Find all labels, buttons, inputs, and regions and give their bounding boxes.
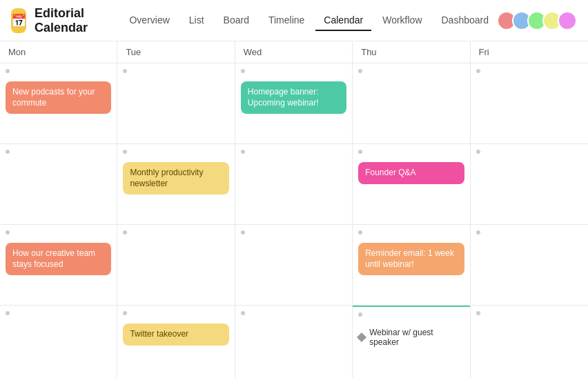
col-wed: Homepage banner: Upcoming webinar! xyxy=(235,63,353,378)
col-fri xyxy=(471,63,588,378)
cal-cell-mon-4 xyxy=(0,306,117,378)
cal-cell-tue-1 xyxy=(117,63,234,144)
nav-item-dashboard[interactable]: Dashboard xyxy=(433,10,498,31)
event-homepage-banner[interactable]: Homepage banner: Upcoming webinar! xyxy=(241,81,346,114)
cal-cell-fri-2 xyxy=(471,144,588,225)
cell-dot xyxy=(123,230,127,235)
cell-dot xyxy=(358,150,362,154)
cell-dot xyxy=(6,230,10,235)
cal-cell-tue-4: Twitter takeover xyxy=(117,306,234,378)
cal-cell-wed-1: Homepage banner: Upcoming webinar! xyxy=(235,63,352,144)
event-founder-qa[interactable]: Founder Q&A xyxy=(358,162,464,184)
event-monthly-newsletter[interactable]: Monthly productivity newsletter xyxy=(123,162,228,195)
nav-item-calendar[interactable]: Calendar xyxy=(315,10,371,31)
diamond-icon xyxy=(357,332,366,342)
event-reminder-email[interactable]: Reminder email: 1 week until webinar! xyxy=(358,243,464,275)
calendar: Mon Tue Wed Thu Fri New podcasts for you… xyxy=(0,41,588,378)
cell-dot xyxy=(6,311,10,315)
cal-cell-wed-4 xyxy=(235,306,352,378)
cal-cell-thu-2: Founder Q&A xyxy=(353,144,469,225)
col-header-mon: Mon xyxy=(0,41,117,63)
cell-dot xyxy=(6,69,10,73)
cal-cell-thu-1 xyxy=(353,63,469,144)
app-title: Editorial Calendar xyxy=(35,6,99,35)
cell-dot xyxy=(123,69,127,73)
col-header-fri: Fri xyxy=(471,41,588,63)
cell-dot xyxy=(241,69,245,73)
col-header-thu: Thu xyxy=(353,41,470,63)
cell-dot xyxy=(476,150,480,154)
cal-cell-tue-2: Monthly productivity newsletter xyxy=(117,144,234,225)
avatars xyxy=(497,11,577,30)
cal-cell-mon-2 xyxy=(0,144,117,225)
cell-dot xyxy=(358,230,362,235)
cal-cell-fri-3 xyxy=(471,225,588,306)
cal-header: Mon Tue Wed Thu Fri xyxy=(0,41,588,63)
cal-cell-thu-3: Reminder email: 1 week until webinar! xyxy=(353,225,469,306)
cell-dot xyxy=(6,150,10,154)
event-webinar-guest[interactable]: Webinar w/ guest speaker xyxy=(358,326,464,348)
cell-dot xyxy=(476,230,480,235)
header: 📅 Editorial Calendar Overview List Board… xyxy=(0,0,588,41)
cal-body: New podcasts for your commute How our cr… xyxy=(0,63,588,378)
cell-dot xyxy=(476,311,480,315)
nav-item-board[interactable]: Board xyxy=(215,10,257,31)
cell-dot xyxy=(123,150,127,154)
col-thu: Founder Q&A Reminder email: 1 week until… xyxy=(353,63,470,378)
cell-dot xyxy=(358,312,362,317)
event-twitter-takeover[interactable]: Twitter takeover xyxy=(123,324,228,346)
cal-cell-wed-3 xyxy=(235,225,352,306)
nav: Overview List Board Timeline Calendar Wo… xyxy=(121,10,497,31)
nav-item-list[interactable]: List xyxy=(181,10,213,31)
cal-cell-mon-3: How our creative team stays focused xyxy=(0,225,117,306)
col-mon: New podcasts for your commute How our cr… xyxy=(0,63,117,378)
nav-item-workflow[interactable]: Workflow xyxy=(374,10,430,31)
nav-item-overview[interactable]: Overview xyxy=(121,10,177,31)
avatar-5 xyxy=(558,11,577,30)
col-tue: Monthly productivity newsletter Twitter … xyxy=(117,63,235,378)
cell-dot xyxy=(241,230,245,235)
event-creative-team[interactable]: How our creative team stays focused xyxy=(6,243,111,275)
app-icon: 📅 xyxy=(11,8,26,33)
cal-cell-thu-4: Webinar w/ guest speaker xyxy=(353,306,469,378)
webinar-label: Webinar w/ guest speaker xyxy=(369,328,464,347)
cal-cell-fri-4 xyxy=(471,306,588,378)
col-header-wed: Wed xyxy=(235,41,353,63)
cell-dot xyxy=(358,69,362,73)
cell-dot xyxy=(241,311,245,315)
cell-dot xyxy=(241,150,245,154)
col-header-tue: Tue xyxy=(117,41,235,63)
cal-cell-tue-3 xyxy=(117,225,234,306)
cell-dot xyxy=(476,69,480,73)
cal-cell-mon-1: New podcasts for your commute xyxy=(0,63,117,144)
event-new-podcasts[interactable]: New podcasts for your commute xyxy=(6,81,111,114)
nav-item-timeline[interactable]: Timeline xyxy=(260,10,313,31)
cal-cell-wed-2 xyxy=(235,144,352,225)
cal-cell-fri-1 xyxy=(471,63,588,144)
cell-dot xyxy=(123,311,127,315)
